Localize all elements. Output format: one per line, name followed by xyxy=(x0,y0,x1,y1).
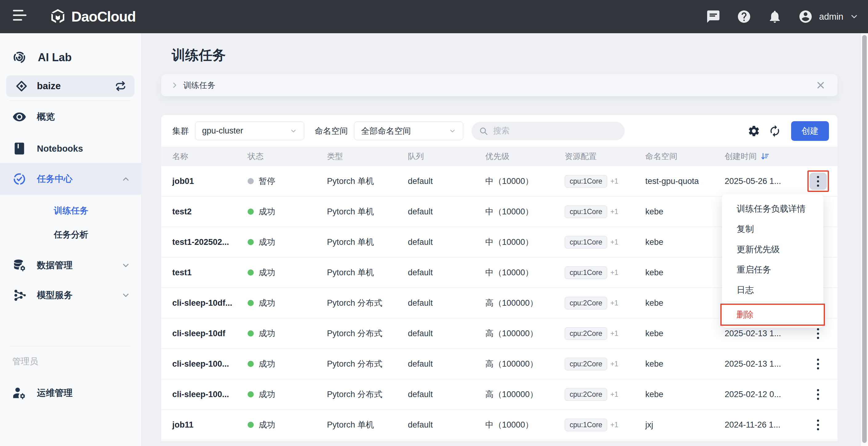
resource-more[interactable]: +1 xyxy=(610,421,618,429)
status-dot-icon xyxy=(248,422,254,428)
resource-chip[interactable]: cpu:2Core xyxy=(565,358,607,370)
kebab-menu-button[interactable] xyxy=(814,326,822,342)
resource-chip[interactable]: cpu:2Core xyxy=(565,297,607,310)
resource-more[interactable]: +1 xyxy=(610,360,618,368)
job-name[interactable]: cli-sleep-100... xyxy=(172,359,248,369)
sidebar-product: AI Lab xyxy=(0,45,142,70)
status-dot-icon xyxy=(248,330,254,337)
job-queue: default xyxy=(408,268,485,278)
scrollbar-thumb[interactable] xyxy=(862,35,867,443)
resource-chip[interactable]: cpu:1Core xyxy=(565,266,607,279)
resource-chip[interactable]: cpu:1Core xyxy=(565,175,607,188)
close-icon[interactable] xyxy=(816,81,825,90)
job-name[interactable]: cli-sleep-100... xyxy=(172,390,248,399)
user-menu[interactable]: admin xyxy=(798,9,859,24)
resource-more[interactable]: +1 xyxy=(610,390,618,398)
status-dot-icon xyxy=(248,239,254,245)
row-actions xyxy=(799,356,838,372)
sidebar-item-data-management[interactable]: 数据管理 xyxy=(0,253,142,278)
job-name[interactable]: test1 xyxy=(172,268,248,278)
kebab-menu-button[interactable] xyxy=(814,387,822,402)
job-priority: 中（10000） xyxy=(485,236,565,248)
job-queue: default xyxy=(408,329,485,338)
search-input[interactable] xyxy=(493,126,610,136)
job-priority: 高（100000） xyxy=(485,328,565,339)
resource-more[interactable]: +1 xyxy=(610,299,618,307)
page-title: 训练任务 xyxy=(172,46,226,64)
workspace-selector[interactable]: baize xyxy=(6,75,134,97)
job-name[interactable]: cli-sleep-10df xyxy=(172,329,248,338)
job-name[interactable]: cli-sleep-10df... xyxy=(172,298,248,308)
create-button[interactable]: 创建 xyxy=(791,121,829,141)
job-queue: default xyxy=(408,177,485,186)
scrollbar-track[interactable] xyxy=(861,33,868,446)
job-name[interactable]: job11 xyxy=(172,420,248,430)
resource-more[interactable]: +1 xyxy=(610,177,618,185)
chat-icon[interactable] xyxy=(706,9,721,24)
status-text: 暂停 xyxy=(259,176,275,187)
kebab-menu-button[interactable] xyxy=(814,356,822,372)
hamburger-menu-icon[interactable] xyxy=(13,10,31,23)
help-icon[interactable] xyxy=(737,9,751,24)
person-gear-icon xyxy=(12,386,27,400)
sidebar-item-overview[interactable]: 概览 xyxy=(0,104,142,129)
sidebar-item-notebooks[interactable]: Notebooks xyxy=(0,136,142,161)
sidebar: AI Lab baize 概览 xyxy=(0,33,142,446)
resource-chip[interactable]: cpu:1Core xyxy=(565,236,607,249)
product-title: AI Lab xyxy=(38,51,72,64)
swap-workspace-icon[interactable] xyxy=(115,80,126,92)
sidebar-subitem-label: 任务分析 xyxy=(54,229,88,241)
brand-name: DaoCloud xyxy=(71,8,136,25)
menu-item-delete[interactable]: 删除 xyxy=(721,305,824,324)
row-actions xyxy=(799,387,838,402)
job-type: Pytorch 单机 xyxy=(327,206,408,217)
job-created-time: 2025-02-13 1... xyxy=(725,359,799,369)
job-name[interactable]: test1-202502... xyxy=(172,237,248,247)
sort-descending-icon[interactable] xyxy=(761,152,770,161)
table-header: 名称 状态 类型 队列 优先级 资源配置 命名空间 创建时间 xyxy=(161,147,838,166)
resource-more[interactable]: +1 xyxy=(610,208,618,216)
menu-item-restart-job[interactable]: 重启任务 xyxy=(722,260,824,280)
kebab-menu-button[interactable] xyxy=(814,417,822,433)
resource-more[interactable]: +1 xyxy=(610,238,618,246)
job-created-time: 2025-02-13 1... xyxy=(725,329,799,338)
annotation-red-box xyxy=(807,170,829,192)
resource-chip[interactable]: cpu:1Core xyxy=(565,205,607,218)
notifications-bell-icon[interactable] xyxy=(768,9,782,24)
daocloud-logo-icon xyxy=(49,8,66,25)
kebab-menu-button[interactable] xyxy=(810,172,827,190)
sidebar-item-model-service[interactable]: 模型服务 xyxy=(0,283,142,308)
row-actions xyxy=(799,417,838,433)
menu-item-logs[interactable]: 日志 xyxy=(722,280,824,300)
job-resources: cpu:2Core+1 xyxy=(565,297,645,310)
chevron-up-icon xyxy=(121,174,130,184)
menu-item-copy[interactable]: 复制 xyxy=(722,219,824,239)
namespace-select[interactable]: 全部命名空间 xyxy=(354,122,463,140)
resource-chip[interactable]: cpu:2Core xyxy=(565,327,607,340)
job-namespace: kebe xyxy=(645,207,725,217)
job-name[interactable]: job01 xyxy=(172,177,248,186)
menu-item-update-priority[interactable]: 更新优先级 xyxy=(722,239,824,260)
job-created-time: 2025-05-26 1... xyxy=(725,177,799,186)
resource-chip[interactable]: cpu:2Core xyxy=(565,388,607,401)
resource-chip[interactable]: cpu:1Core xyxy=(565,419,607,431)
job-type: Pytorch 分布式 xyxy=(327,389,408,400)
job-priority: 高（100000） xyxy=(485,389,565,400)
job-type: Pytorch 单机 xyxy=(327,176,408,187)
sidebar-item-training-jobs[interactable]: 训练任务 xyxy=(0,198,142,223)
sidebar-item-task-center[interactable]: 任务中心 xyxy=(0,163,142,195)
sidebar-item-job-analysis[interactable]: 任务分析 xyxy=(0,222,142,247)
sidebar-item-ops-management[interactable]: 运维管理 xyxy=(0,381,142,405)
job-name[interactable]: test2 xyxy=(172,207,248,217)
menu-item-workload-detail[interactable]: 训练任务负载详情 xyxy=(722,199,824,219)
resource-more[interactable]: +1 xyxy=(610,329,618,338)
brand[interactable]: DaoCloud xyxy=(49,0,136,33)
resource-more[interactable]: +1 xyxy=(610,268,618,277)
breadcrumb[interactable]: 训练任务 xyxy=(183,80,215,91)
settings-gear-icon[interactable] xyxy=(747,125,761,137)
username-label: admin xyxy=(819,12,843,22)
job-namespace: kebe xyxy=(645,268,725,278)
cluster-select[interactable]: gpu-cluster xyxy=(195,122,304,140)
refresh-icon[interactable] xyxy=(768,125,781,137)
status-text: 成功 xyxy=(259,389,275,400)
